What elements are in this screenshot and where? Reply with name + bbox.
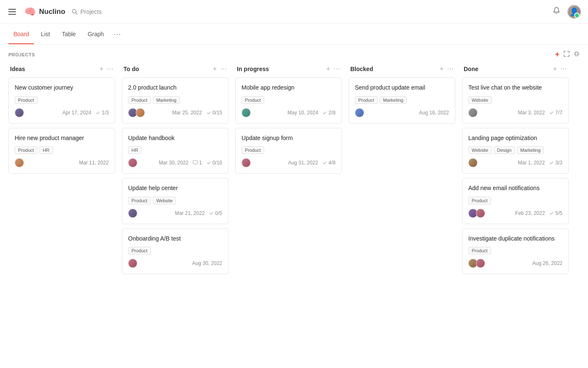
add-column-button[interactable]: + [555,50,559,59]
user-avatar[interactable]: 👤 [567,5,581,19]
card-meta-c6: Aug 30, 2022 [192,260,222,266]
column-menu-btn-todo[interactable]: ⋯ [220,66,227,72]
card-meta-c10: Mar 3, 2022 7/7 [518,110,562,116]
comment-icon [193,160,198,165]
card-tags-c13: Product [468,247,562,254]
card-c5[interactable]: Update help centerProductWebsiteMar 21, … [122,178,228,224]
tag-design[interactable]: Design [494,146,515,154]
tag-website[interactable]: Website [468,96,492,104]
tab-list[interactable]: List [36,25,55,44]
card-c13[interactable]: Investigate duplicate notificationsProdu… [462,228,569,275]
card-footer-c7: May 10, 2024 2/8 [242,108,336,117]
column-add-btn-inprogress[interactable]: + [326,66,330,72]
card-c10[interactable]: Test live chat on the websiteWebsiteMar … [462,77,569,124]
card-footer-c6: Aug 30, 2022 [128,259,222,268]
logo-text: Nuclino [39,8,65,16]
tag-marketing[interactable]: Marketing [380,96,407,104]
card-avatars-c2 [15,158,24,167]
card-footer-c9: Aug 16, 2022 [355,108,449,117]
column-menu-btn-inprogress[interactable]: ⋯ [333,66,340,72]
card-avatars-c10 [468,108,478,117]
card-meta-c7: May 10, 2024 2/8 [288,110,336,116]
card-date-c7: May 10, 2024 [288,110,318,116]
card-c6[interactable]: Onboarding A/B testProductAug 30, 2022 [122,228,228,275]
tag-product[interactable]: Product [242,146,264,154]
card-c7[interactable]: Mobile app redesignProductMay 10, 2024 2… [235,77,342,124]
search-bar[interactable]: Projects [72,8,102,15]
svg-line-1 [76,13,78,14]
card-meta-c2: Mar 11, 2022 [79,160,109,166]
collapse-button[interactable] [574,51,580,58]
card-title-c3: 2.0 product launch [128,84,222,92]
check-icon [549,110,554,115]
card-footer-c12: Feb 23, 2022 5/5 [468,209,562,218]
card-footer-c8: Aug 31, 2022 4/8 [242,158,336,167]
card-tags-c6: Product [128,247,222,254]
card-title-c9: Send product update email [355,84,449,92]
tag-marketing[interactable]: Marketing [153,96,180,104]
avatar-c7-0 [242,108,251,117]
tabs-more-button[interactable]: ⋯ [111,24,123,45]
card-c1[interactable]: New customer journeyProductApr 17, 2024 … [8,77,115,124]
card-c4[interactable]: Update handbookHRMar 30, 2022 1 0/10 [122,128,228,174]
column-inprogress: In progress + ⋯ Mobile app redesignProdu… [232,62,345,363]
card-c2[interactable]: Hire new product managerProductHRMar 11,… [8,128,115,174]
hamburger-menu[interactable] [7,7,18,16]
column-header-todo: To do + ⋯ [122,62,228,77]
column-add-btn-ideas[interactable]: + [100,66,103,72]
column-add-btn-todo[interactable]: + [213,66,217,72]
card-tags-c1: Product [15,96,109,104]
tab-board[interactable]: Board [8,25,34,44]
logo[interactable]: 🧠 Nuclino [24,6,65,17]
column-add-btn-done[interactable]: + [553,66,557,72]
card-date-c6: Aug 30, 2022 [192,260,222,266]
tab-table[interactable]: Table [57,25,81,44]
card-footer-c1: Apr 17, 2024 1/3 [15,108,109,117]
card-c8[interactable]: Update signup formProductAug 31, 2022 4/… [235,128,342,174]
card-comment-c4: 1 [193,160,202,166]
avatar-c10-0 [468,108,478,117]
tag-marketing[interactable]: Marketing [517,146,544,154]
card-c12[interactable]: Add new email notificationsProductFeb 23… [462,178,569,224]
tag-hr[interactable]: HR [39,146,53,154]
card-date-c9: Aug 16, 2022 [419,110,449,116]
avatar-c3-1 [136,108,145,117]
tag-product[interactable]: Product [355,96,378,104]
expand-button[interactable] [564,51,570,58]
tag-product[interactable]: Product [128,96,151,104]
tag-hr[interactable]: HR [128,146,142,154]
column-add-btn-blocked[interactable]: + [440,66,444,72]
column-header-ideas: Ideas + ⋯ [8,62,115,77]
column-blocked: Blocked + ⋯ Send product update emailPro… [345,62,459,363]
column-menu-btn-ideas[interactable]: ⋯ [107,66,113,72]
column-menu-btn-blocked[interactable]: ⋯ [447,66,454,72]
column-actions-blocked: + ⋯ [440,66,454,72]
tag-product[interactable]: Product [128,197,151,204]
tag-product[interactable]: Product [468,197,491,204]
card-title-c11: Landing page optimization [468,134,562,143]
card-avatars-c9 [355,108,364,117]
tag-product[interactable]: Product [15,146,37,154]
card-c9[interactable]: Send product update emailProductMarketin… [349,77,455,124]
tag-product[interactable]: Product [15,96,37,104]
notification-bell[interactable] [553,7,560,16]
card-c3[interactable]: 2.0 product launchProductMarketingMar 25… [122,77,228,124]
tag-product[interactable]: Product [468,247,491,254]
card-tags-c4: HR [128,146,222,154]
card-date-c11: Mar 1, 2022 [518,160,545,166]
card-title-c5: Update help center [128,184,222,193]
card-tags-c9: ProductMarketing [355,96,449,104]
card-title-c7: Mobile app redesign [242,84,336,92]
tag-product[interactable]: Product [128,247,151,254]
card-c11[interactable]: Landing page optimizationWebsiteDesignMa… [462,128,569,174]
tab-graph[interactable]: Graph [83,25,109,44]
tag-website[interactable]: Website [153,197,176,204]
tag-product[interactable]: Product [242,96,264,104]
header-left: 🧠 Nuclino Projects [7,6,102,17]
check-icon [95,110,100,115]
column-title-todo: To do [123,66,139,72]
column-menu-btn-done[interactable]: ⋯ [560,66,567,72]
tag-website[interactable]: Website [468,146,492,154]
card-title-c8: Update signup form [242,134,336,143]
board-header: PROJECTS + [0,45,588,62]
